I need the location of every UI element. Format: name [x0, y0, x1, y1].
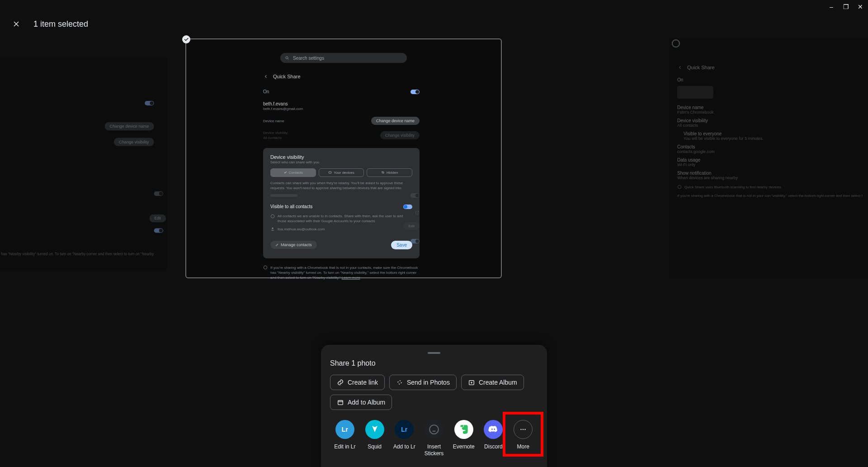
squid-icon: [365, 420, 384, 439]
check-icon: [184, 37, 189, 42]
more-icon: [514, 420, 533, 439]
change-device-name-pill: Change device name: [104, 122, 154, 130]
window-close[interactable]: ✕: [856, 3, 864, 11]
nearby-note: that is not in your contacts, make sure …: [0, 252, 154, 261]
add-to-album-chip[interactable]: Add to Album: [330, 395, 392, 410]
account-pill: [677, 86, 713, 99]
selection-title: 1 item selected: [33, 19, 88, 29]
external-link-icon: [415, 210, 420, 215]
visible-everyone-k: Visible to everyone: [684, 131, 868, 136]
sticker-icon: [425, 420, 443, 439]
add-to-album-label: Add to Album: [348, 399, 385, 406]
change-device-name-btn: Change device name: [371, 117, 420, 125]
create-album-label: Create Album: [479, 379, 517, 386]
photos-icon: [396, 379, 403, 386]
create-link-chip[interactable]: Create link: [330, 375, 385, 390]
share-sheet: Share 1 photo Create link Send in Photos…: [321, 345, 547, 467]
learn-more-link: Learn more: [342, 276, 360, 280]
device-name-k: Device name: [677, 105, 868, 110]
window-maximize[interactable]: ❐: [842, 3, 850, 11]
create-link-label: Create link: [348, 379, 378, 386]
visibility-k: Device visibility: [677, 118, 868, 123]
svg-point-14: [524, 429, 525, 430]
search-icon: [285, 56, 289, 60]
notif-v: When devices are sharing nearby: [677, 176, 868, 180]
toggle-icon: [154, 191, 163, 196]
app-label: Squid: [368, 443, 382, 450]
svg-point-13: [523, 429, 524, 430]
qs-search-placeholder: Search settings: [293, 56, 324, 61]
app-lightroom-edit[interactable]: Lr Edit in Lr: [330, 420, 360, 450]
svg-rect-10: [338, 400, 343, 405]
app-more[interactable]: More: [508, 420, 538, 450]
toggle-icon: [410, 239, 420, 243]
selection-empty[interactable]: [672, 39, 680, 48]
hidden-icon: [381, 171, 385, 174]
app-evernote[interactable]: Evernote: [449, 420, 479, 450]
album-plus-icon: [468, 379, 475, 386]
evernote-icon: [454, 420, 473, 439]
link-icon: [337, 379, 344, 386]
create-album-chip[interactable]: Create Album: [461, 375, 524, 390]
devices-icon: [328, 171, 332, 174]
toggle-icon: [410, 193, 420, 198]
sheet-drag-handle[interactable]: [428, 352, 440, 354]
lightroom-icon: Lr: [335, 420, 354, 439]
app-label: More: [517, 443, 529, 450]
app-label: Edit in Lr: [334, 443, 355, 450]
edit-pill: Edit: [403, 222, 420, 230]
device-name-label: Device name: [263, 119, 284, 124]
app-label: Discord: [484, 443, 503, 450]
gallery-item-prev[interactable]: Search settings Change device name Chang…: [0, 57, 167, 270]
app-label: Evernote: [453, 443, 475, 450]
seg-your-devices: Your devices: [319, 168, 364, 177]
device-name-v: Fatin's Chromebook: [677, 110, 868, 114]
app-squid[interactable]: Squid: [360, 420, 390, 450]
send-in-photos-label: Send in Photos: [407, 379, 450, 386]
app-insert-stickers[interactable]: Insert Stickers: [419, 420, 449, 457]
modal-title: Device visibility: [270, 154, 412, 160]
album-add-icon: [337, 399, 344, 406]
data-v: Wi-Fi only: [677, 162, 868, 167]
svg-rect-3: [329, 172, 331, 173]
account-name: beth.f.evans: [263, 101, 420, 106]
change-visibility-btn: Change visibility: [380, 131, 420, 139]
info-icon: [263, 265, 268, 270]
visible-everyone-v: You will be visible to everyone for 5 mi…: [684, 136, 868, 141]
back-arrow-icon: [263, 74, 269, 79]
on-toggle: [410, 90, 420, 94]
selection-header: 1 item selected: [0, 14, 868, 34]
photo-gallery: Search settings Change device name Chang…: [0, 38, 868, 281]
visibility-v: All contacts: [677, 123, 868, 128]
lightroom-add-icon: Lr: [395, 420, 414, 439]
toggle-icon: [145, 101, 154, 105]
back-arrow-icon: [677, 65, 683, 70]
check-icon: [283, 171, 287, 174]
close-icon: [12, 20, 20, 28]
gallery-item-selected[interactable]: Search settings Quick Share On beth.f.ev…: [185, 38, 502, 278]
notif-k: Show notification: [677, 171, 868, 176]
share-title: Share 1 photo: [330, 359, 538, 367]
svg-point-8: [678, 185, 681, 189]
nearby-note: If you're sharing with a Chromebook that…: [677, 193, 868, 198]
send-in-photos-chip[interactable]: Send in Photos: [389, 375, 457, 390]
seg-contacts: Contacts: [270, 168, 316, 177]
gallery-item-next[interactable]: Search settings Quick Share On Device na…: [669, 38, 868, 278]
svg-point-6: [264, 266, 267, 269]
discord-icon: [484, 420, 503, 439]
app-label: Add to Lr: [393, 443, 415, 450]
contacts-v: contacts.google.com: [677, 149, 868, 154]
on-label: On: [677, 77, 868, 82]
toggle-icon: [154, 228, 163, 233]
window-minimize[interactable]: –: [827, 3, 835, 11]
app-label: Insert Stickers: [419, 443, 449, 457]
modal-desc: Contacts can share with you when they're…: [270, 181, 412, 191]
close-selection-button[interactable]: [10, 18, 23, 30]
app-lightroom-add[interactable]: Lr Add to Lr: [389, 420, 419, 450]
modal-subtitle: Select who can share with you: [270, 160, 412, 165]
svg-point-2: [286, 57, 288, 59]
selection-checkmark[interactable]: [182, 35, 190, 43]
data-k: Data usage: [677, 157, 868, 162]
qs-search: Search settings: [280, 53, 407, 63]
seg-hidden: Hidden: [367, 168, 412, 177]
